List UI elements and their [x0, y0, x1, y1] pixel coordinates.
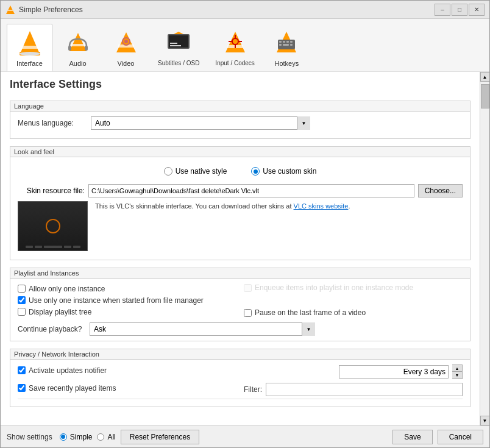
activate-updates-row: Activate updates notifier — [18, 366, 236, 375]
playlist-section: Playlist and Instances Allow only one in… — [10, 268, 470, 341]
updates-spin-up[interactable]: ▲ — [452, 365, 462, 372]
updates-spin-down[interactable]: ▼ — [452, 372, 462, 379]
reset-preferences-button[interactable]: Reset Preferences — [121, 430, 199, 444]
menus-language-dropdown-arrow[interactable]: ▼ — [297, 116, 310, 130]
display-playlist-checkbox[interactable] — [18, 308, 26, 316]
cancel-button[interactable]: Cancel — [438, 430, 483, 444]
content-area: Interface Settings Language Menus langua… — [1, 72, 489, 425]
skin-path-input[interactable] — [88, 184, 414, 197]
filter-label: Filter: — [244, 385, 262, 394]
continue-playback-label: Continue playback? — [18, 325, 85, 333]
skin-info-suffix: . — [348, 202, 350, 210]
title-bar-buttons: – □ ✕ — [435, 4, 485, 16]
look-feel-section: Look and feel Use native style Use custo… — [10, 146, 470, 260]
allow-one-instance-checkbox[interactable] — [18, 285, 26, 293]
nav-item-input[interactable]: Input / Codecs — [208, 24, 261, 71]
use-one-instance-label: Use only one instance when started from … — [29, 296, 204, 305]
continue-playback-dropdown-arrow[interactable]: ▼ — [302, 322, 315, 336]
language-section-title: Language — [10, 101, 470, 112]
minimize-button[interactable]: – — [435, 4, 450, 16]
display-playlist-row: Display playlist tree — [18, 308, 236, 316]
continue-playback-dropdown[interactable]: Ask — [90, 322, 315, 336]
title-bar-text: Simple Preferences — [19, 5, 435, 14]
native-style-option[interactable]: Use native style — [164, 167, 227, 176]
svg-rect-34 — [279, 44, 282, 46]
svg-marker-7 — [69, 33, 87, 51]
all-radio[interactable] — [97, 433, 104, 441]
ctrl-dot-5 — [73, 246, 80, 248]
updates-frequency-row: Every 3 days ▲ ▼ — [244, 364, 463, 379]
maximize-button[interactable]: □ — [452, 4, 467, 16]
continue-playback-value: Ask — [94, 325, 106, 333]
skin-preview-area: This is VLC's skinnable interface. You c… — [18, 201, 463, 251]
language-section: Language Menus language: Auto ▼ — [10, 101, 470, 139]
bottom-bar: Show settings Simple All Reset Preferenc… — [1, 425, 489, 447]
all-radio-option[interactable]: All — [97, 433, 115, 441]
activate-updates-checkbox[interactable] — [18, 366, 26, 374]
simple-radio-option[interactable]: Simple — [60, 433, 93, 441]
skin-preview-controls — [26, 246, 80, 248]
vlc-skins-link[interactable]: VLC skins website — [294, 202, 349, 210]
nav-label-interface: Interface — [16, 60, 43, 67]
scroll-up-button[interactable]: ▲ — [480, 72, 490, 82]
privacy-grid: Activate updates notifier Every 3 days ▲… — [18, 364, 463, 396]
close-button[interactable]: ✕ — [469, 4, 485, 16]
simple-radio[interactable] — [60, 433, 67, 441]
svg-point-6 — [20, 52, 40, 55]
playlist-left-col: Allow only one instance Use only one ins… — [18, 285, 236, 319]
ctrl-dot-4 — [64, 246, 71, 248]
pause-last-frame-row: Pause on the last frame of a video — [244, 308, 463, 317]
menus-language-value: Auto — [95, 119, 110, 127]
nav-item-video[interactable]: Video — [103, 24, 149, 71]
nav-item-audio[interactable]: Audio — [55, 24, 101, 71]
svg-rect-10 — [85, 46, 88, 51]
skin-preview-image — [18, 201, 88, 251]
hotkeys-nav-icon — [272, 28, 301, 57]
nav-item-subtitles[interactable]: Subtitles / OSD — [151, 24, 206, 71]
scrollbar: ▲ ▼ — [480, 72, 489, 425]
custom-skin-option[interactable]: Use custom skin — [251, 167, 316, 176]
svg-marker-3 — [20, 31, 40, 54]
scroll-thumb[interactable] — [481, 84, 489, 108]
svg-rect-31 — [283, 41, 285, 43]
scroll-down-button[interactable]: ▼ — [480, 416, 490, 425]
nav-item-interface[interactable]: Interface — [7, 24, 52, 71]
menus-language-dropdown[interactable]: Auto — [91, 116, 310, 130]
playlist-section-title: Playlist and Instances — [10, 268, 470, 279]
input-nav-icon — [221, 28, 250, 57]
playlist-two-col: Allow only one instance Use only one ins… — [18, 283, 463, 320]
skin-preview-inner — [18, 202, 87, 251]
interface-nav-icon — [15, 28, 44, 57]
filter-row: Filter: — [244, 383, 463, 396]
nav-item-hotkeys[interactable]: Hotkeys — [264, 24, 310, 71]
privacy-sep — [18, 399, 463, 399]
title-bar: Simple Preferences – □ ✕ — [1, 1, 489, 19]
svg-rect-18 — [170, 45, 181, 46]
use-one-instance-checkbox[interactable] — [18, 296, 26, 304]
native-style-radio[interactable] — [164, 167, 172, 176]
menus-language-label: Menus language: — [18, 119, 91, 127]
ctrl-dot-1 — [26, 246, 33, 248]
display-playlist-label: Display playlist tree — [29, 308, 91, 316]
updates-frequency-display: Every 3 days — [339, 365, 449, 379]
choose-button[interactable]: Choose... — [418, 184, 463, 197]
menus-language-dropdown-wrapper: Auto ▼ — [91, 116, 310, 130]
nav-bar: Interface Audio — [1, 19, 489, 72]
save-button[interactable]: Save — [392, 430, 432, 444]
enqueue-label: Enqueue items into playlist in one insta… — [255, 283, 413, 292]
pause-last-frame-checkbox[interactable] — [244, 309, 252, 317]
pause-last-frame-label: Pause on the last frame of a video — [255, 308, 366, 317]
filter-input[interactable] — [266, 383, 463, 396]
look-feel-radios: Use native style Use custom skin — [18, 162, 463, 180]
save-recently-checkbox[interactable] — [18, 384, 26, 392]
svg-rect-17 — [170, 43, 177, 44]
svg-rect-30 — [279, 41, 282, 43]
custom-skin-radio[interactable] — [251, 167, 260, 176]
nav-label-audio: Audio — [69, 60, 86, 67]
updates-spin-buttons: ▲ ▼ — [452, 364, 463, 379]
audio-nav-icon — [63, 28, 93, 57]
nav-label-hotkeys: Hotkeys — [274, 60, 299, 67]
all-label: All — [107, 433, 115, 441]
save-recently-label: Save recently played items — [29, 384, 116, 393]
svg-rect-32 — [286, 41, 289, 43]
